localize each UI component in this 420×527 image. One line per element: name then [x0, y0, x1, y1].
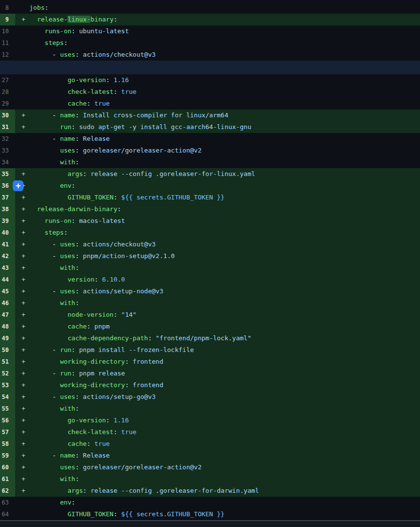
line-number[interactable]: 27 — [0, 74, 15, 86]
line-number[interactable]: 28 — [0, 86, 15, 98]
diff-marker-empty — [15, 37, 29, 49]
code-token: : — [75, 147, 83, 154]
code-token: steps — [44, 39, 64, 46]
line-number[interactable]: 58 — [0, 438, 15, 450]
line-number[interactable]: 64 — [0, 508, 15, 520]
line-number[interactable]: 35 — [0, 168, 15, 180]
code-token: : — [71, 123, 79, 131]
line-number[interactable]: 50 — [0, 344, 15, 356]
diff-added-marker: + — [15, 203, 29, 215]
code-token — [29, 170, 67, 177]
line-number[interactable]: 37 — [0, 192, 15, 203]
line-number[interactable]: 54 — [0, 391, 15, 403]
code-text: with: — [29, 156, 420, 168]
line-number[interactable]: 10 — [0, 25, 15, 37]
code-token: : — [87, 100, 94, 107]
code-token: goreleaser/goreleaser-action@v2 — [83, 147, 202, 154]
code-token: 1.16 — [113, 417, 129, 424]
code-token — [29, 147, 60, 154]
diff-added-marker: + — [15, 239, 29, 250]
line-number[interactable]: 60 — [0, 461, 15, 473]
diff-line-42: 42+ - uses: pnpm/action-setup@v2.1.0 — [0, 250, 420, 262]
code-token: - — [29, 370, 60, 377]
diff-added-marker: + — [15, 415, 29, 426]
code-token — [29, 499, 60, 506]
diff-line-62: 62+ args: release --config .goreleaser-f… — [0, 485, 420, 497]
line-number[interactable]: 34 — [0, 156, 15, 168]
code-token: run — [60, 370, 71, 377]
code-token: : — [75, 111, 83, 119]
line-number[interactable]: 40 — [0, 227, 15, 239]
diff-line-40: 40+ steps: — [0, 227, 420, 239]
line-number[interactable]: 42 — [0, 250, 15, 262]
diff-line-37: 37+ GITHUB_TOKEN: ${{ secrets.GITHUB_TOK… — [0, 192, 420, 203]
line-number[interactable]: 31 — [0, 121, 15, 133]
diff-added-marker: + — [15, 227, 29, 239]
code-token: : — [87, 323, 94, 330]
line-number[interactable]: 62 — [0, 485, 15, 497]
line-number[interactable]: 41 — [0, 239, 15, 250]
line-number[interactable]: 32 — [0, 133, 15, 145]
line-number[interactable]: 48 — [0, 321, 15, 332]
code-text: working-directory: frontend — [29, 379, 420, 391]
code-token: - — [29, 393, 60, 400]
add-comment-button[interactable]: + — [13, 180, 23, 191]
code-token — [29, 323, 67, 330]
code-token — [29, 381, 60, 389]
diff-added-marker: + — [15, 297, 29, 309]
line-number[interactable]: 11 — [0, 37, 15, 49]
line-number[interactable]: 33 — [0, 145, 15, 156]
line-number[interactable]: 55 — [0, 403, 15, 415]
code-token: - — [29, 346, 60, 353]
line-number[interactable]: 61 — [0, 473, 15, 485]
code-token: : — [75, 405, 79, 412]
code-text: release-linux-binary: — [29, 14, 420, 25]
line-number[interactable]: 9 — [0, 14, 15, 25]
line-number[interactable]: 56 — [0, 415, 15, 426]
line-number[interactable]: 59 — [0, 450, 15, 461]
line-number[interactable]: 57 — [0, 426, 15, 438]
code-token — [29, 205, 37, 213]
line-number[interactable]: 30 — [0, 110, 15, 121]
code-text: working-directory: frontend — [29, 356, 420, 368]
diff-added-marker: + — [15, 356, 29, 368]
code-token: actions/setup-go@v3 — [83, 393, 156, 400]
code-text: go-version: 1.16 — [29, 415, 420, 426]
line-number[interactable]: 38 — [0, 203, 15, 215]
diff-line-46: 46+ with: — [0, 297, 420, 309]
diff-line-61: 61+ with: — [0, 473, 420, 485]
line-number[interactable]: 63 — [0, 497, 15, 508]
diff-marker-empty — [15, 98, 29, 110]
line-number[interactable]: 51 — [0, 356, 15, 368]
code-token — [29, 229, 44, 236]
line-number[interactable]: 47 — [0, 309, 15, 321]
line-number[interactable]: 53 — [0, 379, 15, 391]
line-number[interactable]: 12 — [0, 49, 15, 61]
code-token: Install cross-compiler for linux/arm64 — [83, 111, 228, 119]
line-number[interactable]: 52 — [0, 368, 15, 379]
diff-added-marker: + — [15, 121, 29, 133]
line-number[interactable]: 43 — [0, 262, 15, 274]
diff-added-marker: + — [15, 403, 29, 415]
code-token: frontend — [133, 358, 163, 365]
line-number[interactable]: 8 — [0, 2, 15, 14]
diff-added-marker: + — [15, 321, 29, 332]
diff-line-43: 43+ with: — [0, 262, 420, 274]
code-token: : — [113, 428, 121, 436]
code-token: binary — [90, 16, 113, 23]
code-token: : — [87, 440, 94, 447]
diff-added-marker: + — [15, 285, 29, 297]
line-number[interactable]: 45 — [0, 285, 15, 297]
code-token: : — [75, 135, 83, 142]
code-token — [29, 417, 67, 424]
diff-added-marker: + — [15, 274, 29, 285]
line-number[interactable]: 44 — [0, 274, 15, 285]
code-token: uses — [60, 393, 75, 400]
line-number[interactable]: 39 — [0, 215, 15, 227]
code-text: steps: — [29, 37, 420, 49]
line-number[interactable]: 49 — [0, 332, 15, 344]
line-number[interactable]: 46 — [0, 297, 15, 309]
diff-expand-hidden-lines-region[interactable] — [0, 61, 420, 74]
line-number[interactable]: 29 — [0, 98, 15, 110]
word-diff-highlight: linux- — [67, 16, 90, 23]
